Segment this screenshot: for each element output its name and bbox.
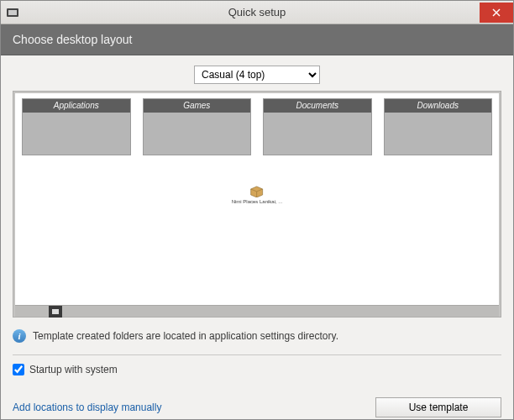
svg-rect-8: [52, 309, 59, 314]
startup-checkbox[interactable]: [13, 364, 24, 375]
layout-select-row: Casual (4 top): [13, 66, 501, 84]
folder-games: Games: [143, 98, 252, 155]
preview-taskbar: [15, 305, 499, 317]
folder-label: Games: [144, 99, 251, 113]
taskbar-icon: [49, 306, 62, 318]
startup-checkbox-label: Startup with system: [29, 364, 118, 375]
desktop-preview: Applications Games Documents Downloads N…: [15, 93, 499, 305]
footer: Add locations to display manually Use te…: [1, 397, 513, 420]
folder-label: Applications: [23, 99, 130, 113]
add-locations-link[interactable]: Add locations to display manually: [13, 402, 161, 413]
startup-checkbox-row[interactable]: Startup with system: [13, 364, 501, 375]
close-button[interactable]: [480, 3, 513, 23]
window-title: Quick setup: [1, 6, 513, 18]
preview-center-item: Nimi Places Lanikai, ...: [232, 186, 283, 204]
preview-center-label: Nimi Places Lanikai, ...: [232, 199, 283, 204]
info-icon: i: [13, 329, 26, 343]
layout-select[interactable]: Casual (4 top): [194, 66, 320, 84]
close-icon: [492, 5, 501, 20]
folders-row: Applications Games Documents Downloads: [15, 93, 499, 155]
use-template-button[interactable]: Use template: [375, 397, 501, 417]
folder-applications: Applications: [22, 98, 131, 155]
divider: [13, 354, 501, 355]
svg-rect-1: [8, 10, 17, 15]
app-icon: [6, 6, 19, 19]
folder-documents: Documents: [263, 98, 372, 155]
section-header: Choose desktop layout: [1, 24, 513, 55]
folder-label: Downloads: [385, 99, 492, 113]
folder-downloads: Downloads: [384, 98, 493, 155]
folder-label: Documents: [264, 99, 371, 113]
info-text: Template created folders are located in …: [33, 330, 338, 342]
info-row: i Template created folders are located i…: [13, 329, 501, 343]
titlebar: Quick setup: [1, 1, 513, 24]
preview-frame: Applications Games Documents Downloads N…: [13, 91, 501, 318]
box-icon: [249, 186, 265, 197]
section-header-label: Choose desktop layout: [13, 33, 132, 46]
